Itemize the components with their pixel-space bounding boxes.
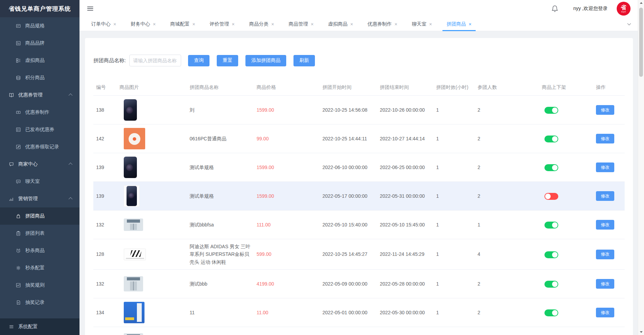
product-name: 测试bbbfsa [187,211,254,239]
sidebar-item-points-goods[interactable]: 积分商品 [0,69,80,86]
scrollbar-thumb[interactable] [639,8,643,77]
reset-button[interactable]: 重置 [217,55,238,66]
tab-review-mgmt[interactable]: 评价管理× [206,17,239,31]
sidebar-item-product-brand[interactable]: 商品品牌 [0,35,80,52]
window-scrollbar[interactable] [638,0,644,335]
edit-button[interactable]: 修改 [596,134,614,143]
product-name: 阿迪达斯 ADIDAS 男女 三叶草系列 SUPERSTAR金标贝壳头 运动 休… [187,239,254,270]
sidebar-item-coupon-published[interactable]: 已发布优惠券 [0,121,80,138]
tabbar: 订单中心× 财务中心× 商城配置× 评价管理× 商品分类× 商品管理× 虚拟商品… [80,17,638,31]
on-off-toggle[interactable] [544,107,558,114]
end-time: 2022-05-10 15:45:00 [377,211,433,239]
tab-product-category[interactable]: 商品分类× [245,17,278,31]
toggle-knob [545,194,551,199]
duration-hours: 1 [433,182,475,211]
sidebar-item-seckill-goods[interactable]: 秒杀商品 [0,242,80,259]
sidebar-item-lottery-rules[interactable]: 抽奖规则 [0,277,80,294]
scroll-down-arrow-icon[interactable] [638,329,644,335]
close-tab-icon[interactable]: × [113,21,116,27]
duration-hours: 1 [433,327,475,335]
tab-order-center[interactable]: 订单中心× [87,17,120,31]
sidebar-item-chat-room[interactable]: 聊天室 [0,173,80,190]
tab-chat-room[interactable]: 聊天室× [408,17,436,31]
hamburger-icon[interactable] [86,5,94,12]
search-input[interactable] [129,55,181,66]
coupon-make-icon [16,110,21,115]
edit-button[interactable]: 修改 [596,191,614,201]
app-logo: 省钱兄单商户管理系统 [0,0,80,17]
on-off-toggle[interactable] [544,251,558,258]
avatar[interactable]: 省 SQX [617,2,631,16]
refresh-button[interactable]: 刷新 [293,55,315,66]
table-row: 134 11 11.00 2022-05-01 00:00:00 2022-05… [93,298,625,327]
coupon-record-icon [16,144,21,150]
sidebar-item-label: 拼团商品 [25,213,45,219]
on-off-toggle[interactable] [544,222,558,229]
sidebar-item-group-list[interactable]: 拼团列表 [0,225,80,242]
sidebar-item-label: 已发布优惠券 [25,127,54,133]
sidebar-item-system-config[interactable]: 系统配置 [0,318,80,335]
coupon-published-icon [16,127,21,132]
product-image [124,128,145,149]
edit-button[interactable]: 修改 [596,250,614,259]
sidebar-item-virtual-goods[interactable]: 虚拟商品 [0,52,80,69]
sidebar-item-lottery-records[interactable]: 抽奖记录 [0,294,80,311]
tab-coupon-make[interactable]: 优惠券制作× [363,17,401,31]
on-off-toggle[interactable] [544,164,558,171]
on-off-toggle[interactable] [544,309,558,316]
close-tab-icon[interactable]: × [192,21,195,27]
notification-bell-icon[interactable] [551,5,559,12]
on-off-toggle[interactable] [544,281,558,288]
tab-mall-config[interactable]: 商城配置× [166,17,199,31]
row-id: 128 [93,239,117,270]
tab-finance-center[interactable]: 财务中心× [127,17,160,31]
tab-virtual-product[interactable]: 虚拟商品× [324,17,357,31]
sidebar: 省钱兄单商户管理系统 商品规格 商品品牌 虚拟商品 积分商品 优惠券管理 优惠券… [0,0,80,335]
chevron-down-icon[interactable] [626,21,632,27]
sidebar-item-label: 秒杀商品 [25,248,45,254]
sidebar-item-seckill-config[interactable]: 秒杀配置 [0,259,80,277]
edit-button[interactable]: 修改 [596,105,614,115]
sidebar-item-coupon-records[interactable]: 优惠券领取记录 [0,138,80,156]
chevron-up-icon [68,93,72,97]
edit-button[interactable]: 修改 [596,220,614,230]
close-tab-icon[interactable]: × [232,21,235,27]
tab-group-product[interactable]: 拼团商品× [442,17,476,31]
scroll-up-arrow-icon[interactable] [638,0,644,6]
close-tab-icon[interactable]: × [350,21,353,27]
edit-button[interactable]: 修改 [596,162,614,172]
sidebar-item-group-goods[interactable]: 拼团商品 [0,207,80,225]
sidebar-item-label: 拼团列表 [25,230,45,236]
on-off-toggle[interactable] [544,136,558,142]
close-tab-icon[interactable]: × [394,21,397,27]
group-product-table: 编号 商品图片 拼团商品名称 商品价格 拼团开始时间 拼团结束时间 拼团时效(小… [93,80,625,335]
close-tab-icon[interactable]: × [469,21,472,27]
sidebar-group-marketing-mgmt[interactable]: 营销管理 [0,190,80,207]
close-tab-icon[interactable]: × [271,21,274,27]
sidebar-group-coupon-mgmt[interactable]: 优惠券管理 [0,86,80,104]
product-price: 99.00 [254,124,320,153]
close-tab-icon[interactable]: × [153,21,156,27]
sidebar-item-coupon-make[interactable]: 优惠券制作 [0,104,80,121]
seckill-goods-icon [16,248,21,253]
row-id: 142 [93,124,117,153]
sidebar-item-label: 积分商品 [25,75,45,81]
sidebar-item-product-spec[interactable]: 商品规格 [0,17,80,35]
close-tab-icon[interactable]: × [311,21,314,27]
brand-icon [16,40,21,46]
sidebar-menu: 商品规格 商品品牌 虚拟商品 积分商品 优惠券管理 优惠券制作 已发布优惠券 [0,17,80,318]
toggle-knob [552,281,558,287]
virtual-goods-icon [16,58,21,63]
tab-product-mgmt[interactable]: 商品管理× [284,17,318,31]
start-time: 2022-05-17 00:00:00 [320,182,377,211]
row-id: 138 [93,96,117,124]
end-time: 2022-05-30 00:00:00 [377,298,433,327]
query-button[interactable]: 查询 [188,55,209,66]
add-group-product-button[interactable]: 添加拼团商品 [245,55,286,66]
edit-button[interactable]: 修改 [596,308,614,317]
edit-button[interactable]: 修改 [596,279,614,289]
on-off-toggle[interactable] [544,193,558,200]
product-name: 测试单规格 [187,153,254,182]
close-tab-icon[interactable]: × [429,21,432,27]
sidebar-group-merchant-center[interactable]: 商家中心 [0,156,80,173]
